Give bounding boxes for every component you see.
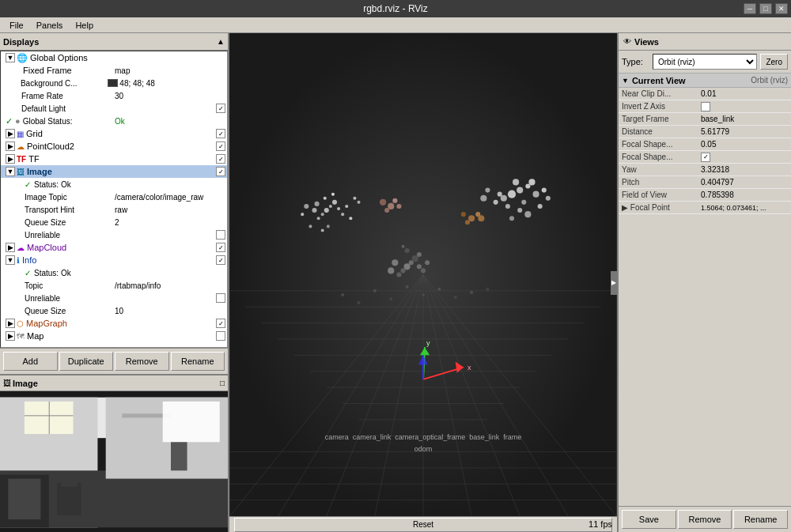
svg-point-68: [425, 260, 430, 265]
odom-label: odom: [414, 445, 433, 453]
current-view-header[interactable]: ▼ Current View Orbit (rviz): [619, 74, 791, 88]
maximize-button[interactable]: □: [759, 3, 772, 14]
info-icon: ℹ: [17, 256, 20, 265]
tree-row-image-unreliable[interactable]: Unreliable: [1, 228, 227, 241]
displays-tree[interactable]: ▼ 🌐 Global Options Fixed Frame map Backg…: [0, 51, 228, 348]
globe-icon: 🌐: [17, 53, 28, 63]
image-unreliable-checkbox[interactable]: [216, 230, 225, 240]
svg-point-61: [400, 268, 405, 273]
tree-row-global-options[interactable]: ▼ 🌐 Global Options: [1, 51, 227, 64]
menu-bar: File Panels Help: [0, 17, 791, 33]
mapgraph-checkbox[interactable]: ✓: [216, 319, 225, 328]
close-button[interactable]: ✕: [775, 3, 788, 14]
tree-row-global-status[interactable]: ✓ ● Global Status: Ok: [1, 115, 227, 127]
mapcloud-checkbox[interactable]: ✓: [216, 243, 225, 252]
expand-global-options[interactable]: ▼: [6, 53, 15, 62]
default-light-checkbox[interactable]: ✓: [216, 104, 225, 113]
displays-collapse-icon[interactable]: ▲: [217, 37, 225, 46]
expand-pointcloud2[interactable]: ▶: [6, 141, 15, 151]
prop-yaw[interactable]: Yaw 3.32318: [619, 164, 791, 176]
expand-map[interactable]: ▶: [6, 331, 15, 341]
svg-text:y: y: [426, 339, 430, 347]
tree-row-info-topic[interactable]: Topic /rtabmap/info: [1, 279, 227, 292]
prop-focal-shape-fixed-checkbox[interactable]: ✓: [701, 153, 710, 162]
zero-button[interactable]: Zero: [760, 54, 788, 70]
svg-point-72: [508, 191, 516, 198]
frame-rate-value: 30: [115, 92, 225, 100]
svg-point-49: [331, 193, 335, 196]
image-queue-label: Queue Size: [25, 218, 115, 227]
svg-point-101: [373, 289, 377, 292]
info-unreliable-checkbox[interactable]: [216, 293, 225, 303]
tree-row-info[interactable]: ▼ ℹ Info ✓: [1, 254, 227, 266]
tree-row-mapgraph[interactable]: ▶ ⬡ MapGraph ✓: [1, 317, 227, 330]
tf-checkbox[interactable]: ✓: [216, 154, 225, 164]
minimize-button[interactable]: ─: [744, 3, 756, 14]
rename-button[interactable]: Rename: [171, 352, 225, 371]
expand-tf[interactable]: ▶: [6, 154, 15, 164]
tree-row-bg-color[interactable]: Background C... 48; 48; 48: [1, 77, 227, 89]
reset-button[interactable]: Reset: [234, 518, 612, 532]
views-rename-button[interactable]: Rename: [733, 510, 788, 529]
tree-row-grid[interactable]: ▶ ▦ Grid ✓: [1, 127, 227, 140]
tree-row-info-status[interactable]: ✓ Status: Ok: [1, 266, 227, 279]
tree-row-pointcloud2[interactable]: ▶ ☁ PointCloud2 ✓: [1, 140, 227, 153]
tree-row-info-unreliable[interactable]: Unreliable: [1, 292, 227, 304]
prop-target-frame[interactable]: Target Frame base_link: [619, 113, 791, 126]
prop-pitch[interactable]: Pitch 0.404797: [619, 176, 791, 189]
tree-row-image-topic[interactable]: Image Topic /camera/color/image_raw: [1, 191, 227, 203]
resize-right-handle[interactable]: ▶: [611, 271, 617, 295]
prop-focal-shape-fixed[interactable]: Focal Shape... ✓: [619, 151, 791, 164]
prop-pitch-label: Pitch: [622, 178, 701, 187]
expand-mapgraph[interactable]: ▶: [6, 319, 15, 328]
remove-button[interactable]: Remove: [115, 352, 169, 371]
duplicate-button[interactable]: Duplicate: [59, 352, 114, 371]
svg-point-93: [465, 220, 470, 224]
bg-color-swatch[interactable]: [108, 79, 118, 87]
svg-rect-10: [61, 474, 78, 486]
image-queue-value: 2: [115, 218, 225, 227]
image-checkbox[interactable]: ✓: [216, 167, 225, 176]
main-layout: Displays ▲ ▼ 🌐 Global Options Fixed Fram…: [0, 33, 791, 532]
tree-row-image-queue[interactable]: Queue Size 2: [1, 216, 227, 228]
window-controls: ─ □ ✕: [744, 3, 788, 14]
prop-distance[interactable]: Distance 5.61779: [619, 126, 791, 138]
prop-near-clip[interactable]: Near Clip Di... 0.01: [619, 88, 791, 100]
prop-focal-shape-size[interactable]: Focal Shape... 0.05: [619, 138, 791, 151]
expand-mapcloud[interactable]: ▶: [6, 243, 15, 252]
tree-row-map[interactable]: ▶ 🗺 Map: [1, 330, 227, 342]
views-remove-button[interactable]: Remove: [678, 510, 732, 529]
viewport-3d[interactable]: x y camera camera_link camera_optical_fr…: [229, 33, 617, 516]
grid-label: Grid: [26, 129, 216, 138]
grid-checkbox[interactable]: ✓: [216, 129, 225, 138]
image-panel-expand[interactable]: □: [220, 379, 225, 387]
tree-row-image[interactable]: ▼ 🖼 Image ✓: [1, 165, 227, 178]
tree-row-transport-hint[interactable]: Transport Hint raw: [1, 203, 227, 216]
expand-grid[interactable]: ▶: [6, 129, 15, 138]
tree-row-default-light[interactable]: Default Light ✓: [1, 102, 227, 115]
tree-row-fixed-frame[interactable]: Fixed Frame map: [1, 64, 227, 77]
menu-panels[interactable]: Panels: [30, 19, 70, 32]
prop-invert-z[interactable]: Invert Z Axis: [619, 100, 791, 113]
tree-row-tf[interactable]: ▶ TF TF ✓: [1, 153, 227, 165]
prop-focal-point[interactable]: ▶ Focal Point 1.5064; 0.073461; ...: [619, 202, 791, 214]
prop-fov-value: 0.785398: [701, 191, 788, 199]
map-checkbox[interactable]: [216, 331, 225, 341]
menu-file[interactable]: File: [3, 19, 30, 32]
prop-fov[interactable]: Field of View 0.785398: [619, 189, 791, 202]
menu-help[interactable]: Help: [69, 19, 100, 32]
type-select[interactable]: Orbit (rviz): [653, 54, 757, 70]
add-button[interactable]: Add: [3, 352, 58, 371]
expand-image[interactable]: ▼: [6, 167, 15, 176]
prop-invert-z-checkbox[interactable]: [701, 102, 710, 111]
expand-info[interactable]: ▼: [6, 255, 15, 265]
info-checkbox[interactable]: ✓: [216, 255, 225, 265]
tree-row-info-queue[interactable]: Queue Size 10: [1, 304, 227, 317]
prop-near-clip-value: 0.01: [701, 89, 788, 98]
global-status-label: Global Status:: [23, 117, 115, 126]
pointcloud2-checkbox[interactable]: ✓: [216, 141, 225, 151]
tree-row-mapcloud[interactable]: ▶ ☁ MapCloud ✓: [1, 241, 227, 254]
tree-row-frame-rate[interactable]: Frame Rate 30: [1, 89, 227, 102]
tree-row-image-status[interactable]: ✓ Status: Ok: [1, 178, 227, 191]
views-save-button[interactable]: Save: [622, 510, 676, 529]
